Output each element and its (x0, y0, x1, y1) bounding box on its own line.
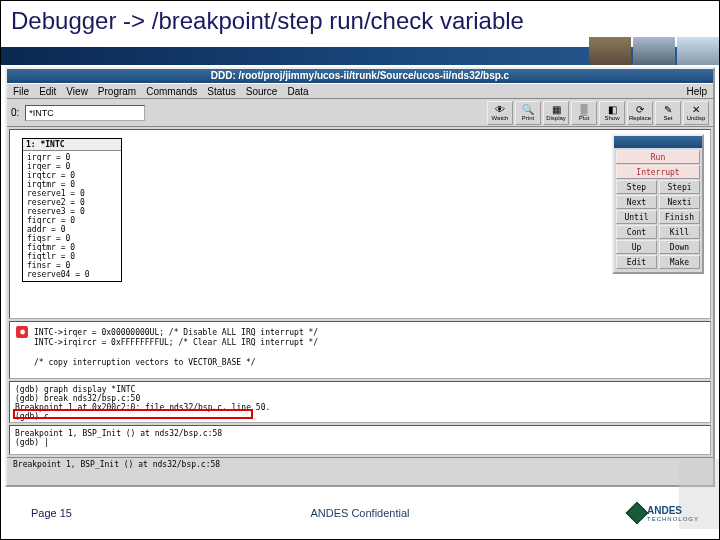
cont-button[interactable]: Cont (616, 225, 657, 239)
src-line: /* copy interruption vectors to VECTOR_B… (34, 358, 256, 367)
show-icon: ◧ (608, 105, 617, 115)
control-panel: Run Interrupt StepStepiNextNextiUntilFin… (612, 134, 704, 274)
ddd-window: DDD: /root/proj/jimmy/ucos-ii/trunk/Sour… (5, 67, 715, 487)
struct-field: fiqtlr = 0 (27, 252, 117, 261)
show-button[interactable]: ◧Show (599, 101, 625, 125)
gdb-console[interactable]: (gdb) graph display *INTC (gdb) break nd… (9, 381, 711, 423)
set-button[interactable]: ✎Set (655, 101, 681, 125)
banner-strip (1, 47, 719, 65)
watch-icon: 👁 (495, 105, 505, 115)
struct-title: 1: *INTC (23, 139, 121, 151)
edit-button[interactable]: Edit (616, 255, 657, 269)
struct-field: fiqtmr = 0 (27, 243, 117, 252)
struct-display[interactable]: 1: *INTC irqrr = 0irqer = 0irqtcr = 0irq… (22, 138, 122, 282)
replace-icon: ⟳ (636, 105, 644, 115)
run-button[interactable]: Run (616, 150, 700, 164)
menu-commands[interactable]: Commands (146, 86, 197, 97)
data-pane[interactable]: 1: *INTC irqrr = 0irqer = 0irqtcr = 0irq… (9, 129, 711, 319)
confidential-label: ANDES Confidential (310, 507, 409, 519)
menu-source[interactable]: Source (246, 86, 278, 97)
gdb-line: Breakpoint 1, BSP_Init () at nds32/bsp.c… (15, 429, 705, 438)
down-button[interactable]: Down (659, 240, 700, 254)
expr-input[interactable] (25, 105, 145, 121)
control-titlebar (614, 136, 702, 148)
stepi-button[interactable]: Stepi (659, 180, 700, 194)
banner-thumb (677, 37, 719, 65)
undisp-button[interactable]: ✕Undisp (683, 101, 709, 125)
struct-field: irqtmr = 0 (27, 180, 117, 189)
banner-thumb (633, 37, 675, 65)
menu-status[interactable]: Status (207, 86, 235, 97)
logo-icon (626, 502, 649, 525)
struct-field: irqrr = 0 (27, 153, 117, 162)
page-number: Page 15 (31, 507, 72, 519)
until-button[interactable]: Until (616, 210, 657, 224)
plot-icon: ▒ (580, 105, 587, 115)
toolbar: 0: 👁Watch🔍Print▦Display▒Plot◧Show⟳Replac… (7, 99, 713, 127)
source-pane[interactable]: ⬣INTC->irqer = 0x00000000UL; /* Disable … (9, 321, 711, 379)
struct-field: reserve1 = 0 (27, 189, 117, 198)
menubar: File Edit View Program Commands Status S… (7, 83, 713, 99)
struct-field: irqtcr = 0 (27, 171, 117, 180)
gdb-output[interactable]: Breakpoint 1, BSP_Init () at nds32/bsp.c… (9, 425, 711, 455)
struct-field: reserve2 = 0 (27, 198, 117, 207)
struct-field: reserve04 = 0 (27, 270, 117, 279)
gdb-line: (gdb) | (15, 438, 705, 447)
menu-program[interactable]: Program (98, 86, 136, 97)
menu-help[interactable]: Help (686, 86, 707, 97)
nexti-button[interactable]: Nexti (659, 195, 700, 209)
struct-field: irqer = 0 (27, 162, 117, 171)
replace-button[interactable]: ⟳Replace (627, 101, 653, 125)
footer: Page 15 ANDES Confidential ANDES TECHNOL… (1, 503, 719, 523)
logo-text-bottom: TECHNOLOGY (647, 516, 699, 522)
step-button[interactable]: Step (616, 180, 657, 194)
struct-field: addr = 0 (27, 225, 117, 234)
print-button[interactable]: 🔍Print (515, 101, 541, 125)
banner-thumb (589, 37, 631, 65)
set-icon: ✎ (664, 105, 672, 115)
logo-text-top: ANDES (647, 505, 699, 516)
struct-field: finsr = 0 (27, 261, 117, 270)
struct-field: fiqrcr = 0 (27, 216, 117, 225)
menu-data[interactable]: Data (287, 86, 308, 97)
status-bar: Breakpoint 1, BSP_Init () at nds32/bsp.c… (7, 457, 713, 471)
gdb-line: (gdb) graph display *INTC (15, 385, 705, 394)
make-button[interactable]: Make (659, 255, 700, 269)
display-icon: ▦ (552, 105, 561, 115)
slide-title: Debugger -> /breakpoint/step run/check v… (1, 1, 719, 41)
watch-button[interactable]: 👁Watch (487, 101, 513, 125)
kill-button[interactable]: Kill (659, 225, 700, 239)
struct-field: reserve3 = 0 (27, 207, 117, 216)
highlight-box (13, 409, 253, 419)
src-line: INTC->irqircr = 0xFFFFFFFFUL; /* Clear A… (34, 338, 318, 347)
stop-icon: ⬣ (16, 326, 28, 338)
print-icon: 🔍 (522, 105, 534, 115)
plot-button[interactable]: ▒Plot (571, 101, 597, 125)
menu-view[interactable]: View (66, 86, 88, 97)
src-line: INTC->irqer = 0x00000000UL; /* Disable A… (34, 328, 318, 337)
undisp-icon: ✕ (692, 105, 700, 115)
expr-label: 0: (11, 107, 19, 118)
display-button[interactable]: ▦Display (543, 101, 569, 125)
andes-logo: ANDES TECHNOLOGY (629, 505, 699, 522)
next-button[interactable]: Next (616, 195, 657, 209)
finish-button[interactable]: Finish (659, 210, 700, 224)
window-title: DDD: /root/proj/jimmy/ucos-ii/trunk/Sour… (7, 69, 713, 83)
menu-file[interactable]: File (13, 86, 29, 97)
gdb-line: (gdb) break nds32/bsp.c:50 (15, 394, 705, 403)
interrupt-button[interactable]: Interrupt (616, 165, 700, 179)
up-button[interactable]: Up (616, 240, 657, 254)
menu-edit[interactable]: Edit (39, 86, 56, 97)
struct-field: fiqsr = 0 (27, 234, 117, 243)
